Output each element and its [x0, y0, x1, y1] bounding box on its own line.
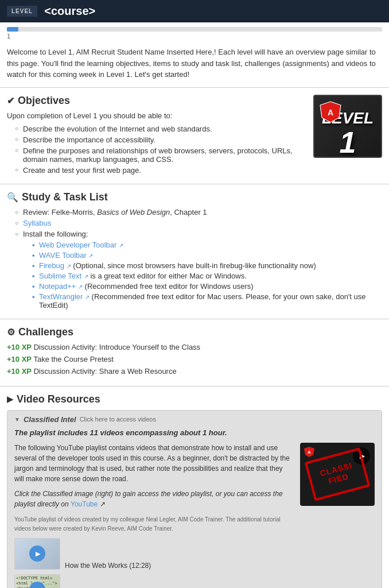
- challenge-text: Discussion Activity: Introduce Yourself …: [34, 343, 200, 351]
- progress-bar-fill: [7, 27, 18, 32]
- install-label: Install the following:: [23, 230, 88, 238]
- study-task-heading: 🔍 Study & Task List: [7, 191, 382, 203]
- task-list: Review: Felke-Morris, Basics of Web Desi…: [7, 208, 382, 310]
- angular-small-icon: A: [304, 446, 315, 458]
- list-item: Review: Felke-Morris, Basics of Web Desi…: [16, 208, 382, 216]
- list-item: TextWrangler ↗ (Recommended free text ed…: [32, 292, 382, 310]
- level-badge-image: A LEVEL 1: [313, 95, 382, 158]
- video-section: ▶ Video Resources ▼ Classified Intel Cli…: [0, 386, 389, 589]
- list-item: Install the following: Web Developer Too…: [16, 230, 382, 310]
- progress-container: 1: [0, 22, 389, 42]
- list-item: Notepad++ ↗ (Recommended free text edito…: [32, 282, 382, 291]
- list-item: Web Developer Toolbar ↗: [32, 241, 382, 249]
- youtube-link[interactable]: YouTube: [71, 500, 98, 508]
- sublime-note: is a great text editor for either Mac or…: [90, 272, 246, 280]
- classified-header[interactable]: ▼ Classified Intel Click here to access …: [14, 415, 375, 424]
- task-text: Review: Felke-Morris, Basics of Web Desi…: [23, 208, 207, 216]
- progress-bar-bg: [7, 27, 382, 32]
- objectives-list: Describe the evolution of the Internet a…: [7, 125, 306, 175]
- video-description2: Click the Classified image (right) to ga…: [14, 489, 293, 509]
- list-item: Sublime Text ↗ is a great text editor fo…: [32, 272, 382, 280]
- list-item: Describe the evolution of the Internet a…: [16, 125, 306, 133]
- external-link-icon: ↗: [84, 273, 88, 280]
- video-item-1: How the Web Works (12:28): [14, 538, 375, 570]
- web-dev-toolbar-link[interactable]: Web Developer Toolbar: [39, 241, 116, 249]
- playlist-info: The playlist includes 11 videos encompas…: [14, 428, 375, 437]
- firebug-link[interactable]: Firebug: [39, 261, 64, 270]
- checkmark-icon: ✔: [7, 95, 14, 106]
- challenge-text: Take the Course Pretest: [33, 355, 113, 363]
- ext-icon: ↗: [100, 500, 106, 508]
- sublime-link[interactable]: Sublime Text: [39, 272, 81, 280]
- objectives-left: ✔ Objectives Upon completion of Level 1 …: [7, 95, 306, 177]
- list-item: Describe the importance of accessibility…: [16, 136, 306, 144]
- svg-text:A: A: [328, 108, 333, 117]
- welcome-text: Welcome to Level 1, AIM Recruit Student …: [7, 47, 382, 80]
- classified-stamp-text: CLASSIFIED: [319, 461, 356, 488]
- list-item: Create and test your first web page.: [16, 166, 306, 175]
- video-item-2: <!DOCTYPE html><html lang="..."><head><b…: [14, 574, 375, 589]
- challenges-list: +10 XP Discussion Activity: Introduce Yo…: [7, 343, 382, 376]
- objectives-intro: Upon completion of Level 1 you should be…: [7, 111, 306, 120]
- classified-image[interactable]: A CLASSIFIED: [300, 443, 375, 506]
- page-header: LEVEL <course>: [0, 0, 389, 22]
- list-item: Define the purposes and relationships of…: [16, 146, 306, 164]
- level-badge: LEVEL: [7, 6, 37, 17]
- firebug-note: (Optional, since most browsers have buil…: [73, 261, 316, 270]
- challenge-text: Discussion Activity: Share a Web Resourc…: [34, 367, 177, 376]
- course-title: <course>: [44, 5, 95, 18]
- external-link-icon: ↗: [85, 294, 90, 300]
- level-number: 1: [322, 127, 374, 157]
- video-content-area: The following YouTube playlist contains …: [14, 443, 375, 532]
- xp-badge: +10 XP: [7, 367, 32, 376]
- angular-logo-icon: A: [319, 100, 342, 123]
- syllabus-link[interactable]: Syllabus: [23, 219, 51, 227]
- video-text-area: The following YouTube playlist contains …: [14, 443, 293, 532]
- external-link-icon: ↗: [88, 253, 93, 259]
- install-list: Web Developer Toolbar ↗ WAVE Toolbar ↗ F…: [23, 241, 382, 310]
- challenge-item: +10 XP Take the Course Pretest: [7, 355, 382, 363]
- video-description1: The following YouTube playlist contains …: [14, 443, 293, 484]
- progress-label: 1: [7, 33, 382, 40]
- notepadpp-link[interactable]: Notepad++: [39, 282, 76, 291]
- external-link-icon: ↗: [78, 284, 83, 290]
- classified-click-text: Click here to access videos: [80, 416, 156, 423]
- video-heading: ▶ Video Resources: [7, 393, 382, 405]
- xp-badge: +10 XP: [7, 343, 32, 351]
- challenge-item: +10 XP Discussion Activity: Introduce Yo…: [7, 343, 382, 351]
- classified-box: ▼ Classified Intel Click here to access …: [7, 410, 382, 589]
- textwrangler-link[interactable]: TextWrangler: [39, 292, 83, 301]
- video-thumb-1[interactable]: [14, 538, 60, 570]
- triangle-icon: ▼: [14, 416, 20, 423]
- external-link-icon: ↗: [119, 242, 123, 249]
- notepadpp-note: (Recommended free text editor for Window…: [85, 282, 254, 291]
- attribution-text: YouTube playlist of videos created by my…: [14, 516, 281, 532]
- xp-badge: +10 XP: [7, 355, 32, 363]
- list-item: WAVE Toolbar ↗: [32, 251, 382, 260]
- objectives-section: ✔ Objectives Upon completion of Level 1 …: [0, 87, 389, 184]
- video-thumb-2[interactable]: <!DOCTYPE html><html lang="..."><head><b…: [14, 574, 60, 589]
- challenges-section: ⚙ Challenges +10 XP Discussion Activity:…: [0, 319, 389, 386]
- objectives-heading: ✔ Objectives: [7, 95, 306, 107]
- list-item: Syllabus: [16, 219, 382, 227]
- wave-toolbar-link[interactable]: WAVE Toolbar: [39, 251, 87, 260]
- svg-text:A: A: [308, 450, 311, 455]
- video-icon: ▶: [7, 394, 13, 404]
- video-label-1: How the Web Works (12:28): [65, 562, 151, 570]
- play-button[interactable]: [29, 546, 45, 562]
- external-link-icon: ↗: [67, 263, 71, 269]
- challenges-heading: ⚙ Challenges: [7, 326, 382, 338]
- challenge-item: +10 XP Discussion Activity: Share a Web …: [7, 367, 382, 376]
- challenges-icon: ⚙: [7, 327, 15, 338]
- welcome-section: Welcome to Level 1, AIM Recruit Student …: [0, 42, 389, 87]
- search-icon: 🔍: [7, 192, 18, 203]
- study-task-section: 🔍 Study & Task List Review: Felke-Morris…: [0, 184, 389, 319]
- list-item: Firebug ↗ (Optional, since most browsers…: [32, 261, 382, 270]
- classified-title: Classified Intel: [24, 415, 76, 424]
